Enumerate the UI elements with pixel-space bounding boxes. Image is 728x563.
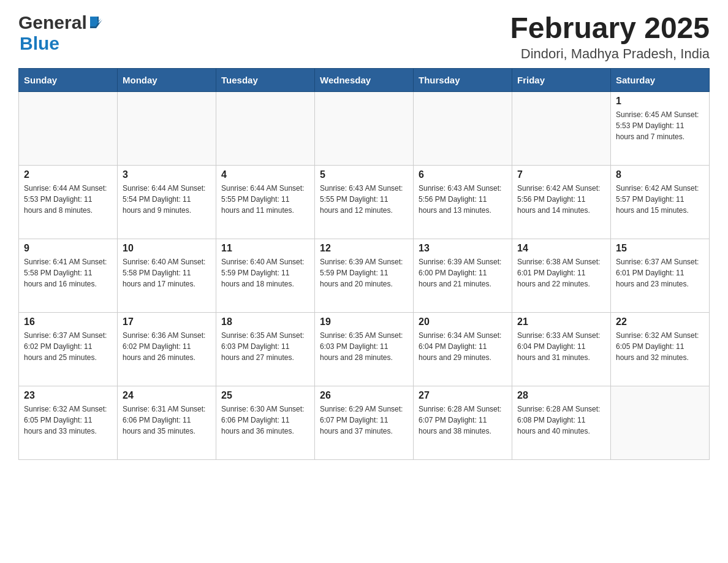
day-number: 9 <box>24 243 112 254</box>
day-info: Sunrise: 6:41 AM Sunset: 5:58 PM Dayligh… <box>24 256 112 289</box>
calendar-day-cell: 14Sunrise: 6:38 AM Sunset: 6:01 PM Dayli… <box>512 239 611 312</box>
calendar-day-cell: 21Sunrise: 6:33 AM Sunset: 6:04 PM Dayli… <box>512 312 611 386</box>
logo-arrow-icon <box>89 15 102 31</box>
calendar-week-row: 2Sunrise: 6:44 AM Sunset: 5:53 PM Daylig… <box>19 165 710 239</box>
day-number: 15 <box>616 243 704 254</box>
title-block: February 2025 Dindori, Madhya Pradesh, I… <box>510 12 710 62</box>
day-info: Sunrise: 6:35 AM Sunset: 6:03 PM Dayligh… <box>221 330 309 363</box>
logo-general-text: General <box>18 12 87 33</box>
calendar-day-cell: 6Sunrise: 6:43 AM Sunset: 5:56 PM Daylig… <box>414 165 512 239</box>
day-number: 3 <box>123 169 211 180</box>
calendar-day-cell: 18Sunrise: 6:35 AM Sunset: 6:03 PM Dayli… <box>216 312 315 386</box>
day-of-week-header: Tuesday <box>216 68 315 91</box>
day-of-week-header: Saturday <box>611 68 710 91</box>
day-info: Sunrise: 6:42 AM Sunset: 5:57 PM Dayligh… <box>616 183 704 216</box>
day-info: Sunrise: 6:29 AM Sunset: 6:07 PM Dayligh… <box>320 404 408 437</box>
day-info: Sunrise: 6:39 AM Sunset: 5:59 PM Dayligh… <box>320 256 408 289</box>
page-header: General Blue February 2025 Dindori, Madh… <box>18 12 710 62</box>
day-number: 21 <box>517 316 605 327</box>
calendar-day-cell: 16Sunrise: 6:37 AM Sunset: 6:02 PM Dayli… <box>19 312 118 386</box>
logo-blue-text: Blue <box>18 33 59 53</box>
calendar-header-row: SundayMondayTuesdayWednesdayThursdayFrid… <box>19 68 710 91</box>
day-info: Sunrise: 6:44 AM Sunset: 5:54 PM Dayligh… <box>123 183 211 216</box>
logo: General Blue <box>18 12 102 54</box>
calendar-day-cell: 1Sunrise: 6:45 AM Sunset: 5:53 PM Daylig… <box>611 91 710 165</box>
calendar-day-cell <box>19 91 118 165</box>
day-info: Sunrise: 6:28 AM Sunset: 6:08 PM Dayligh… <box>517 404 605 437</box>
day-number: 23 <box>24 390 112 401</box>
day-info: Sunrise: 6:35 AM Sunset: 6:03 PM Dayligh… <box>320 330 408 363</box>
day-number: 11 <box>221 243 309 254</box>
calendar-day-cell: 28Sunrise: 6:28 AM Sunset: 6:08 PM Dayli… <box>512 386 611 459</box>
day-number: 2 <box>24 169 112 180</box>
calendar-day-cell: 13Sunrise: 6:39 AM Sunset: 6:00 PM Dayli… <box>414 239 512 312</box>
day-number: 1 <box>616 96 704 107</box>
day-number: 22 <box>616 316 704 327</box>
day-number: 14 <box>517 243 605 254</box>
day-info: Sunrise: 6:30 AM Sunset: 6:06 PM Dayligh… <box>221 404 309 437</box>
day-info: Sunrise: 6:43 AM Sunset: 5:55 PM Dayligh… <box>320 183 408 216</box>
calendar-week-row: 16Sunrise: 6:37 AM Sunset: 6:02 PM Dayli… <box>19 312 710 386</box>
calendar-day-cell: 2Sunrise: 6:44 AM Sunset: 5:53 PM Daylig… <box>19 165 118 239</box>
calendar-day-cell <box>315 91 414 165</box>
day-number: 6 <box>419 169 507 180</box>
svg-marker-1 <box>90 17 101 26</box>
page-subtitle: Dindori, Madhya Pradesh, India <box>510 46 710 62</box>
calendar-day-cell: 12Sunrise: 6:39 AM Sunset: 5:59 PM Dayli… <box>315 239 414 312</box>
calendar-day-cell: 4Sunrise: 6:44 AM Sunset: 5:55 PM Daylig… <box>216 165 315 239</box>
day-number: 5 <box>320 169 408 180</box>
calendar-day-cell <box>118 91 216 165</box>
day-number: 4 <box>221 169 309 180</box>
calendar-day-cell <box>216 91 315 165</box>
calendar-day-cell: 7Sunrise: 6:42 AM Sunset: 5:56 PM Daylig… <box>512 165 611 239</box>
calendar-day-cell: 22Sunrise: 6:32 AM Sunset: 6:05 PM Dayli… <box>611 312 710 386</box>
day-number: 10 <box>123 243 211 254</box>
day-number: 16 <box>24 316 112 327</box>
calendar-day-cell <box>512 91 611 165</box>
day-number: 25 <box>221 390 309 401</box>
day-info: Sunrise: 6:44 AM Sunset: 5:53 PM Dayligh… <box>24 183 112 216</box>
calendar-day-cell: 17Sunrise: 6:36 AM Sunset: 6:02 PM Dayli… <box>118 312 216 386</box>
calendar-day-cell: 9Sunrise: 6:41 AM Sunset: 5:58 PM Daylig… <box>19 239 118 312</box>
day-info: Sunrise: 6:37 AM Sunset: 6:02 PM Dayligh… <box>24 330 112 363</box>
calendar-day-cell <box>414 91 512 165</box>
day-info: Sunrise: 6:33 AM Sunset: 6:04 PM Dayligh… <box>517 330 605 363</box>
calendar-day-cell: 23Sunrise: 6:32 AM Sunset: 6:05 PM Dayli… <box>19 386 118 459</box>
calendar-day-cell: 26Sunrise: 6:29 AM Sunset: 6:07 PM Dayli… <box>315 386 414 459</box>
day-info: Sunrise: 6:38 AM Sunset: 6:01 PM Dayligh… <box>517 256 605 289</box>
calendar-day-cell: 8Sunrise: 6:42 AM Sunset: 5:57 PM Daylig… <box>611 165 710 239</box>
calendar-day-cell: 11Sunrise: 6:40 AM Sunset: 5:59 PM Dayli… <box>216 239 315 312</box>
day-number: 17 <box>123 316 211 327</box>
day-info: Sunrise: 6:28 AM Sunset: 6:07 PM Dayligh… <box>419 404 507 437</box>
day-info: Sunrise: 6:40 AM Sunset: 5:58 PM Dayligh… <box>123 256 211 289</box>
calendar-day-cell <box>611 386 710 459</box>
day-info: Sunrise: 6:42 AM Sunset: 5:56 PM Dayligh… <box>517 183 605 216</box>
day-number: 7 <box>517 169 605 180</box>
day-number: 20 <box>419 316 507 327</box>
day-info: Sunrise: 6:43 AM Sunset: 5:56 PM Dayligh… <box>419 183 507 216</box>
calendar-day-cell: 3Sunrise: 6:44 AM Sunset: 5:54 PM Daylig… <box>118 165 216 239</box>
calendar-day-cell: 5Sunrise: 6:43 AM Sunset: 5:55 PM Daylig… <box>315 165 414 239</box>
day-number: 26 <box>320 390 408 401</box>
day-info: Sunrise: 6:34 AM Sunset: 6:04 PM Dayligh… <box>419 330 507 363</box>
day-number: 24 <box>123 390 211 401</box>
day-number: 19 <box>320 316 408 327</box>
day-number: 28 <box>517 390 605 401</box>
day-info: Sunrise: 6:39 AM Sunset: 6:00 PM Dayligh… <box>419 256 507 289</box>
calendar-day-cell: 19Sunrise: 6:35 AM Sunset: 6:03 PM Dayli… <box>315 312 414 386</box>
day-info: Sunrise: 6:32 AM Sunset: 6:05 PM Dayligh… <box>616 330 704 363</box>
day-info: Sunrise: 6:44 AM Sunset: 5:55 PM Dayligh… <box>221 183 309 216</box>
day-number: 18 <box>221 316 309 327</box>
day-of-week-header: Monday <box>118 68 216 91</box>
day-number: 27 <box>419 390 507 401</box>
calendar-week-row: 23Sunrise: 6:32 AM Sunset: 6:05 PM Dayli… <box>19 386 710 459</box>
calendar-day-cell: 24Sunrise: 6:31 AM Sunset: 6:06 PM Dayli… <box>118 386 216 459</box>
calendar-day-cell: 10Sunrise: 6:40 AM Sunset: 5:58 PM Dayli… <box>118 239 216 312</box>
day-of-week-header: Thursday <box>414 68 512 91</box>
calendar-day-cell: 27Sunrise: 6:28 AM Sunset: 6:07 PM Dayli… <box>414 386 512 459</box>
day-info: Sunrise: 6:40 AM Sunset: 5:59 PM Dayligh… <box>221 256 309 289</box>
calendar-table: SundayMondayTuesdayWednesdayThursdayFrid… <box>18 68 710 460</box>
day-info: Sunrise: 6:37 AM Sunset: 6:01 PM Dayligh… <box>616 256 704 289</box>
calendar-day-cell: 20Sunrise: 6:34 AM Sunset: 6:04 PM Dayli… <box>414 312 512 386</box>
day-info: Sunrise: 6:31 AM Sunset: 6:06 PM Dayligh… <box>123 404 211 437</box>
